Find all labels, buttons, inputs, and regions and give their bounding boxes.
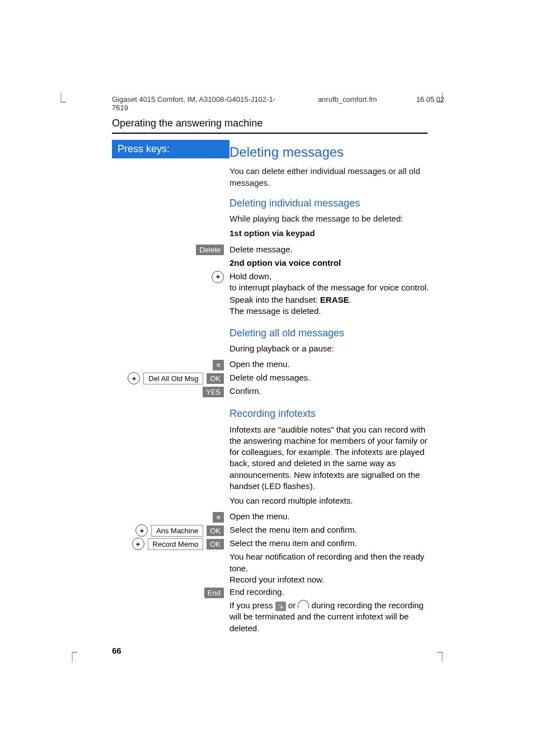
press-keys-header: Press keys:	[112, 140, 229, 158]
all-old-open-menu: Open the menu.	[229, 359, 431, 370]
speak-post: .	[349, 295, 351, 304]
menu-ans-machine: Ans Machine	[151, 525, 203, 537]
heading-all-old: Deleting all old messages	[229, 326, 431, 340]
info-multiple: You can record multiple infotexts.	[229, 495, 431, 506]
speak-pre: Speak into the handset:	[229, 295, 320, 304]
info-para: Infotexts are "audible notes" that you c…	[229, 424, 431, 492]
all-old-delete: Delete old messages.	[229, 372, 431, 383]
nav-key-icon: ◆	[135, 524, 148, 537]
crop-mark-top-left: ⎿	[56, 92, 66, 104]
heading-individual: Deleting individual messages	[229, 196, 431, 210]
menu-key-badge: ≡	[213, 360, 224, 370]
individual-intro: While playing back the message to be del…	[229, 213, 431, 224]
info-select1: Select the menu item and confirm.	[229, 524, 431, 536]
info-open-menu: Open the menu.	[229, 511, 431, 522]
all-old-intro: During playback or a pause:	[229, 343, 431, 354]
ok-key-badge: OK	[207, 539, 224, 550]
heading-infotexts: Recording infotexts	[229, 407, 431, 420]
content: Press keys: Deleting messages You can de…	[112, 140, 431, 635]
delete-key-badge: Delete	[196, 245, 224, 255]
option2-action-b: to interrupt playback of the message for…	[229, 283, 429, 292]
nav-key-icon: ◆	[128, 372, 140, 384]
meta-filename: anrufb_comfort.fm	[318, 95, 377, 112]
ok-key-badge: OK	[207, 525, 224, 536]
nav-key-icon: ◆	[132, 538, 144, 550]
end-key-badge: End	[204, 588, 224, 598]
info-record-now: Record your infotext now.	[229, 575, 324, 584]
crop-mark-bottom-right: ⏋	[437, 652, 447, 664]
option2-title: 2nd option via voice control	[229, 257, 431, 269]
meta-product: Gigaset 4015 Comfort, IM, A31008-G4015-J…	[112, 95, 279, 112]
info-tone: You hear notification of recording and t…	[229, 552, 424, 572]
menu-del-all-old: Del All Old Msg	[143, 373, 203, 384]
page-number: 66	[112, 646, 121, 655]
nav-key-icon: ◆	[212, 271, 224, 283]
info-end: End recording.	[229, 586, 431, 598]
header-meta: Gigaset 4015 Comfort, IM, A31008-G4015-J…	[112, 95, 444, 112]
menu-record-memo: Record Memo	[148, 538, 204, 550]
option2-action-a: Hold down,	[229, 271, 271, 281]
option1-title: 1st option via keypad	[229, 228, 431, 239]
yes-key-badge: YES	[203, 387, 224, 397]
meta-date: 16.05.02	[416, 95, 444, 112]
menu-key-badge: ≡	[213, 512, 224, 523]
heading-deleting-messages: Deleting messages	[229, 143, 431, 161]
terminate-mid: or	[286, 600, 298, 610]
terminate-pre: If you press	[229, 600, 275, 610]
page: ⎿ ⏌ ⎾ ⏋ Gigaset 4015 Comfort, IM, A31008…	[0, 0, 534, 756]
option1-action: Delete message.	[229, 244, 431, 255]
intro-text: You can delete either individual message…	[229, 166, 431, 189]
all-old-confirm: Confirm.	[229, 386, 431, 397]
section-title: Operating the answering machine	[112, 118, 428, 134]
handset-icon	[298, 600, 309, 608]
ok-key-badge: OK	[207, 373, 224, 384]
escape-key-icon: ↘	[275, 602, 286, 611]
info-select2: Select the menu item and confirm.	[229, 538, 431, 549]
crop-mark-bottom-left: ⎾	[67, 652, 77, 664]
speak-word: ERASE	[320, 295, 349, 304]
speak-result: The message is deleted.	[229, 306, 321, 316]
